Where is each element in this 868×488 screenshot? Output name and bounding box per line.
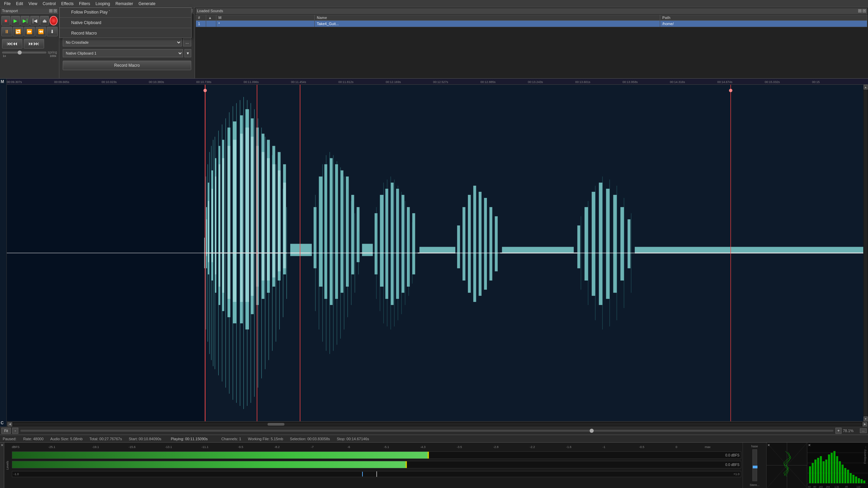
stere-label: Stere... xyxy=(750,483,760,487)
sounds-col-path[interactable]: Path xyxy=(660,15,867,21)
menu-generate[interactable]: Generate xyxy=(136,1,158,7)
sounds-col-m[interactable]: M xyxy=(216,15,315,21)
svg-text:110: 110 xyxy=(856,486,861,488)
loop-button[interactable]: 🔁 xyxy=(13,27,24,36)
svg-rect-72 xyxy=(272,164,275,278)
pause-button[interactable]: ⏸ xyxy=(1,27,12,36)
rewind-button[interactable]: ⏪ xyxy=(36,27,46,36)
levels-close-button[interactable]: ✕ xyxy=(1,443,3,447)
svg-rect-167 xyxy=(850,473,852,483)
levels-label: Levels xyxy=(4,443,11,488)
svg-rect-164 xyxy=(842,465,844,483)
sounds-col-num[interactable]: # xyxy=(196,15,206,21)
ruler-label-11: 00:13.243s xyxy=(528,80,543,84)
selection-start-marker xyxy=(257,85,257,421)
pan-thumb[interactable] xyxy=(753,466,757,468)
dropdown-item-macro[interactable]: Record Macro xyxy=(60,29,191,38)
pan-slider[interactable] xyxy=(752,449,757,481)
menu-effects[interactable]: Effects xyxy=(59,1,76,7)
sounds-close-icon[interactable]: ✕ xyxy=(863,9,866,13)
levels-panel: ✕ Levels dBFS -25.1 -19.1 -15.6 -13.1 -1… xyxy=(0,442,868,488)
clipboard-select[interactable]: Native Clipboard 1 Native Clipboard 2 xyxy=(63,49,183,57)
menu-edit[interactable]: Edit xyxy=(13,1,26,7)
rewind-start-button[interactable]: ⏮⏮ xyxy=(2,39,22,48)
db-n8: -8.2 xyxy=(274,445,280,449)
prev-button[interactable]: |◀ xyxy=(30,16,39,25)
svg-rect-26 xyxy=(340,170,343,293)
menu-filters[interactable]: Filters xyxy=(76,1,93,7)
svg-rect-20 xyxy=(290,244,312,256)
ruler-label-15: 00:14.674s xyxy=(717,80,733,84)
forward-button[interactable]: ⏩ xyxy=(24,27,35,36)
svg-rect-153 xyxy=(812,463,814,483)
menu-control[interactable]: Control xyxy=(40,1,59,7)
level-bar-1: 0.0 dBFS xyxy=(12,451,741,459)
menu-view[interactable]: View xyxy=(26,1,40,7)
transport-minimize-icon[interactable]: ⊟ xyxy=(49,9,53,13)
speed-control: spring 1x 100x xyxy=(1,50,58,58)
zoom-plus-button[interactable]: + xyxy=(835,428,842,434)
db-n1: -1 xyxy=(603,445,605,449)
speed-1x-label: 1x xyxy=(3,54,6,58)
play-button[interactable]: ▶ xyxy=(11,16,20,25)
frequency-close-button[interactable]: ✕ xyxy=(808,443,811,447)
scope-close-button[interactable]: ✕ xyxy=(767,443,770,447)
h-scroll-right-button[interactable]: ▶ xyxy=(863,422,867,426)
menu-file[interactable]: File xyxy=(1,1,13,7)
record-macro-button[interactable]: Record Macro xyxy=(63,61,191,70)
svg-rect-31 xyxy=(375,213,377,274)
zoom-reset-button[interactable]: — xyxy=(860,428,867,433)
transport-title-bar: Transport ⊟ ✕ xyxy=(1,8,58,14)
svg-rect-25 xyxy=(335,164,338,299)
sounds-minimize-icon[interactable]: ⊟ xyxy=(858,9,862,13)
fit-button[interactable]: Fit xyxy=(1,428,11,434)
menu-looping[interactable]: Looping xyxy=(93,1,113,7)
dropdown-item-follow[interactable]: Follow Position Play ` xyxy=(60,8,191,17)
sounds-col-sort[interactable]: ▲ xyxy=(206,15,216,21)
svg-rect-27 xyxy=(346,177,349,287)
menu-remaster[interactable]: Remaster xyxy=(113,1,136,7)
eject-button[interactable]: ⏏ xyxy=(40,16,49,25)
speed-slider-thumb[interactable] xyxy=(18,50,22,55)
sounds-col-name[interactable]: Name xyxy=(315,15,660,21)
waveform-canvas-area[interactable]: ▲ ▼ xyxy=(7,85,868,421)
crossfade-more-button[interactable]: ... xyxy=(183,38,191,46)
svg-rect-162 xyxy=(836,456,838,483)
svg-rect-23 xyxy=(324,164,327,299)
crossfade-select[interactable]: No Crossfade Linear Equal Power xyxy=(63,38,182,46)
zoom-slider[interactable] xyxy=(20,430,833,432)
scrollbar-down-button[interactable]: ▼ xyxy=(864,416,868,421)
scrollbar-up-button[interactable]: ▲ xyxy=(864,85,868,89)
ruler-label-10: 00:12.885s xyxy=(480,80,496,84)
stereo-position-indicator xyxy=(362,472,363,476)
sounds-row[interactable]: 1 * Take4_Guit... /home/ xyxy=(196,21,867,27)
speed-slider[interactable] xyxy=(2,52,46,54)
transport-panel: Transport ⊟ ✕ ■ ▶ ▶| |◀ ⏏ ⏸ 🔁 ⏩ ⏪ xyxy=(0,7,59,78)
h-scroll-left-button[interactable]: ◀ xyxy=(7,422,12,426)
db-n2: -2.8 xyxy=(493,445,499,449)
svg-rect-168 xyxy=(852,475,854,483)
zoom-slider-thumb[interactable] xyxy=(590,429,594,433)
clipboard-arrow-button[interactable]: ▼ xyxy=(184,49,191,57)
menubar: File Edit View Control Effects Filters L… xyxy=(0,0,868,7)
save-button[interactable]: ⬇ xyxy=(47,27,58,36)
waveform-svg xyxy=(7,85,868,421)
sounds-table: # ▲ M Name Path 1 * Take4_Guit... /home/ xyxy=(196,15,867,27)
zoom-controls: Fit - + 78.1% — xyxy=(0,427,868,435)
dropdown-follow-label: Follow Position Play ` xyxy=(71,10,110,15)
transport-title-icons: ⊟ ✕ xyxy=(49,9,57,13)
record-button[interactable] xyxy=(50,16,58,25)
dropdown-item-clipboard[interactable]: Native Clipboard xyxy=(60,18,191,27)
h-scroll-track[interactable] xyxy=(13,423,862,426)
total-display: Total: 00:27.76767s xyxy=(90,437,122,441)
fast-play-button[interactable]: ▶| xyxy=(21,16,29,25)
svg-rect-56 xyxy=(628,219,630,268)
h-scroll-thumb[interactable] xyxy=(268,423,284,426)
stop-button[interactable]: ■ xyxy=(1,16,10,25)
fast-forward-end-button[interactable]: ⏭⏭ xyxy=(24,39,44,48)
m-channel-label: M xyxy=(1,79,4,84)
zoom-minus-button[interactable]: - xyxy=(12,428,18,434)
transport-close-icon[interactable]: ✕ xyxy=(54,9,57,13)
sounds-cell-num: 1 xyxy=(196,21,206,27)
levels-close-area: ✕ xyxy=(0,443,4,488)
